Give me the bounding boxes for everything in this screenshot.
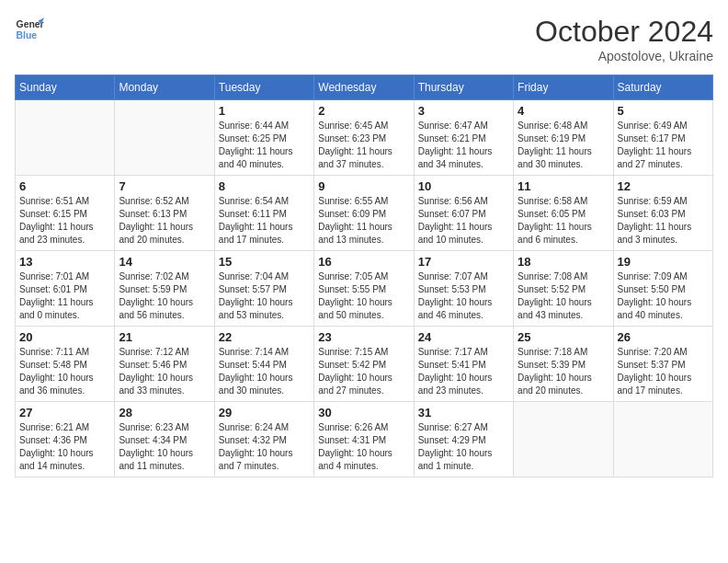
day-info: Sunrise: 7:04 AM Sunset: 5:57 PM Dayligh… <box>219 270 310 322</box>
day-info: Sunrise: 7:12 AM Sunset: 5:46 PM Dayligh… <box>119 346 210 397</box>
calendar-week-row: 1Sunrise: 6:44 AM Sunset: 6:25 PM Daylig… <box>16 100 713 176</box>
day-number: 24 <box>418 330 509 344</box>
day-number: 7 <box>119 179 210 193</box>
day-info: Sunrise: 6:59 AM Sunset: 6:03 PM Dayligh… <box>618 195 709 247</box>
day-number: 29 <box>219 406 310 419</box>
page-header: General Blue October 2024 Apostolove, Uk… <box>15 15 713 63</box>
calendar-day-cell: 4Sunrise: 6:48 AM Sunset: 6:19 PM Daylig… <box>514 100 613 176</box>
day-of-week-header: Friday <box>514 75 613 100</box>
calendar-day-cell: 26Sunrise: 7:20 AM Sunset: 5:37 PM Dayli… <box>613 327 712 402</box>
calendar-day-cell: 24Sunrise: 7:17 AM Sunset: 5:41 PM Dayli… <box>414 327 513 402</box>
calendar-day-cell: 27Sunrise: 6:21 AM Sunset: 4:36 PM Dayli… <box>16 402 115 477</box>
calendar-day-cell: 12Sunrise: 6:59 AM Sunset: 6:03 PM Dayli… <box>613 176 712 251</box>
calendar-day-cell <box>514 402 613 477</box>
day-of-week-header: Sunday <box>16 75 115 100</box>
day-number: 14 <box>119 255 210 269</box>
day-number: 17 <box>418 255 509 269</box>
calendar-week-row: 27Sunrise: 6:21 AM Sunset: 4:36 PM Dayli… <box>16 402 713 477</box>
day-info: Sunrise: 6:45 AM Sunset: 6:23 PM Dayligh… <box>318 120 409 171</box>
day-number: 1 <box>219 104 310 118</box>
day-number: 16 <box>318 255 409 269</box>
day-info: Sunrise: 6:27 AM Sunset: 4:29 PM Dayligh… <box>418 421 509 473</box>
calendar-day-cell: 17Sunrise: 7:07 AM Sunset: 5:53 PM Dayli… <box>414 251 513 327</box>
calendar-week-row: 13Sunrise: 7:01 AM Sunset: 6:01 PM Dayli… <box>16 251 713 327</box>
day-info: Sunrise: 7:15 AM Sunset: 5:42 PM Dayligh… <box>318 346 409 397</box>
day-number: 22 <box>219 330 310 344</box>
day-info: Sunrise: 6:24 AM Sunset: 4:32 PM Dayligh… <box>219 421 310 473</box>
calendar-day-cell: 29Sunrise: 6:24 AM Sunset: 4:32 PM Dayli… <box>214 402 313 477</box>
calendar-day-cell: 5Sunrise: 6:49 AM Sunset: 6:17 PM Daylig… <box>613 100 712 176</box>
day-info: Sunrise: 7:18 AM Sunset: 5:39 PM Dayligh… <box>518 346 609 397</box>
day-number: 11 <box>518 179 609 193</box>
day-info: Sunrise: 6:49 AM Sunset: 6:17 PM Dayligh… <box>618 120 709 171</box>
calendar-day-cell: 10Sunrise: 6:56 AM Sunset: 6:07 PM Dayli… <box>414 176 513 251</box>
day-number: 26 <box>618 330 709 344</box>
day-info: Sunrise: 6:48 AM Sunset: 6:19 PM Dayligh… <box>518 120 609 171</box>
calendar-header-row: SundayMondayTuesdayWednesdayThursdayFrid… <box>16 75 713 100</box>
day-info: Sunrise: 6:58 AM Sunset: 6:05 PM Dayligh… <box>518 195 609 247</box>
day-info: Sunrise: 6:55 AM Sunset: 6:09 PM Dayligh… <box>318 195 409 247</box>
calendar-day-cell: 13Sunrise: 7:01 AM Sunset: 6:01 PM Dayli… <box>16 251 115 327</box>
day-number: 8 <box>219 179 310 193</box>
day-number: 12 <box>618 179 709 193</box>
calendar-day-cell: 22Sunrise: 7:14 AM Sunset: 5:44 PM Dayli… <box>214 327 313 402</box>
calendar-day-cell <box>613 402 712 477</box>
calendar-day-cell: 15Sunrise: 7:04 AM Sunset: 5:57 PM Dayli… <box>214 251 313 327</box>
svg-text:Blue: Blue <box>17 30 38 40</box>
day-number: 10 <box>418 179 509 193</box>
calendar-day-cell: 19Sunrise: 7:09 AM Sunset: 5:50 PM Dayli… <box>613 251 712 327</box>
day-of-week-header: Wednesday <box>314 75 414 100</box>
calendar-day-cell: 25Sunrise: 7:18 AM Sunset: 5:39 PM Dayli… <box>514 327 613 402</box>
day-info: Sunrise: 7:14 AM Sunset: 5:44 PM Dayligh… <box>219 346 310 397</box>
logo: General Blue <box>15 15 44 44</box>
calendar-day-cell <box>115 100 214 176</box>
calendar-day-cell: 2Sunrise: 6:45 AM Sunset: 6:23 PM Daylig… <box>314 100 414 176</box>
calendar-day-cell: 6Sunrise: 6:51 AM Sunset: 6:15 PM Daylig… <box>16 176 115 251</box>
calendar-day-cell: 16Sunrise: 7:05 AM Sunset: 5:55 PM Dayli… <box>314 251 414 327</box>
day-number: 3 <box>418 104 509 118</box>
day-number: 2 <box>318 104 409 118</box>
day-info: Sunrise: 7:07 AM Sunset: 5:53 PM Dayligh… <box>418 270 509 322</box>
day-number: 27 <box>19 406 110 419</box>
calendar-day-cell: 20Sunrise: 7:11 AM Sunset: 5:48 PM Dayli… <box>16 327 115 402</box>
day-number: 30 <box>318 406 409 419</box>
day-number: 18 <box>518 255 609 269</box>
day-info: Sunrise: 7:11 AM Sunset: 5:48 PM Dayligh… <box>19 346 110 397</box>
day-number: 19 <box>618 255 709 269</box>
day-number: 25 <box>518 330 609 344</box>
calendar-day-cell: 9Sunrise: 6:55 AM Sunset: 6:09 PM Daylig… <box>314 176 414 251</box>
day-info: Sunrise: 7:09 AM Sunset: 5:50 PM Dayligh… <box>618 270 709 322</box>
day-info: Sunrise: 6:47 AM Sunset: 6:21 PM Dayligh… <box>418 120 509 171</box>
day-info: Sunrise: 6:52 AM Sunset: 6:13 PM Dayligh… <box>119 195 210 247</box>
day-number: 23 <box>318 330 409 344</box>
day-of-week-header: Monday <box>115 75 214 100</box>
calendar-day-cell <box>16 100 115 176</box>
day-info: Sunrise: 7:17 AM Sunset: 5:41 PM Dayligh… <box>418 346 509 397</box>
calendar-day-cell: 8Sunrise: 6:54 AM Sunset: 6:11 PM Daylig… <box>214 176 313 251</box>
day-info: Sunrise: 6:21 AM Sunset: 4:36 PM Dayligh… <box>19 421 110 473</box>
day-of-week-header: Saturday <box>613 75 712 100</box>
calendar-week-row: 20Sunrise: 7:11 AM Sunset: 5:48 PM Dayli… <box>16 327 713 402</box>
day-info: Sunrise: 6:23 AM Sunset: 4:34 PM Dayligh… <box>119 421 210 473</box>
day-info: Sunrise: 6:51 AM Sunset: 6:15 PM Dayligh… <box>19 195 110 247</box>
calendar-day-cell: 7Sunrise: 6:52 AM Sunset: 6:13 PM Daylig… <box>115 176 214 251</box>
calendar-day-cell: 11Sunrise: 6:58 AM Sunset: 6:05 PM Dayli… <box>514 176 613 251</box>
day-number: 21 <box>119 330 210 344</box>
calendar-day-cell: 3Sunrise: 6:47 AM Sunset: 6:21 PM Daylig… <box>414 100 513 176</box>
day-number: 31 <box>418 406 509 419</box>
day-number: 28 <box>119 406 210 419</box>
day-number: 5 <box>618 104 709 118</box>
calendar-day-cell: 28Sunrise: 6:23 AM Sunset: 4:34 PM Dayli… <box>115 402 214 477</box>
calendar-day-cell: 14Sunrise: 7:02 AM Sunset: 5:59 PM Dayli… <box>115 251 214 327</box>
day-info: Sunrise: 7:20 AM Sunset: 5:37 PM Dayligh… <box>618 346 709 397</box>
month-title: October 2024 <box>535 15 713 49</box>
day-number: 15 <box>219 255 310 269</box>
day-number: 6 <box>19 179 110 193</box>
calendar-day-cell: 30Sunrise: 6:26 AM Sunset: 4:31 PM Dayli… <box>314 402 414 477</box>
day-info: Sunrise: 6:44 AM Sunset: 6:25 PM Dayligh… <box>219 120 310 171</box>
calendar-day-cell: 23Sunrise: 7:15 AM Sunset: 5:42 PM Dayli… <box>314 327 414 402</box>
day-info: Sunrise: 7:01 AM Sunset: 6:01 PM Dayligh… <box>19 270 110 322</box>
title-block: October 2024 Apostolove, Ukraine <box>535 15 713 63</box>
day-number: 4 <box>518 104 609 118</box>
day-number: 13 <box>19 255 110 269</box>
